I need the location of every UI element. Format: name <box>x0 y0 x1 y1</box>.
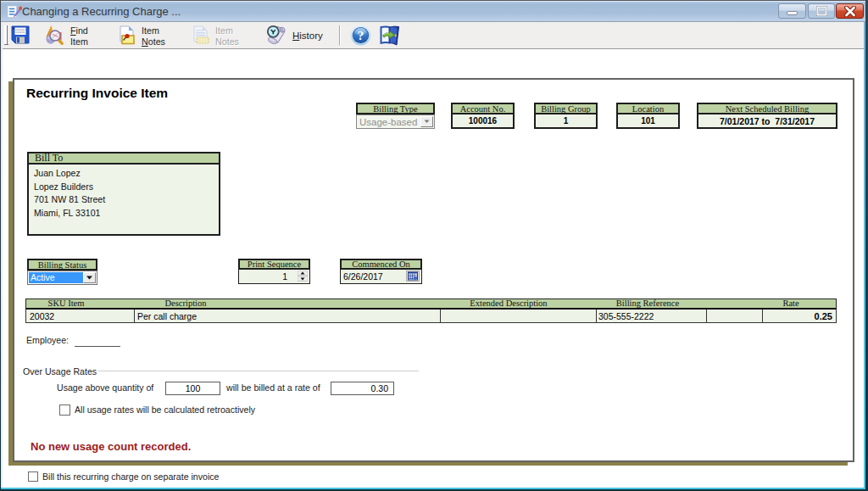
svg-text:?: ? <box>358 28 364 42</box>
